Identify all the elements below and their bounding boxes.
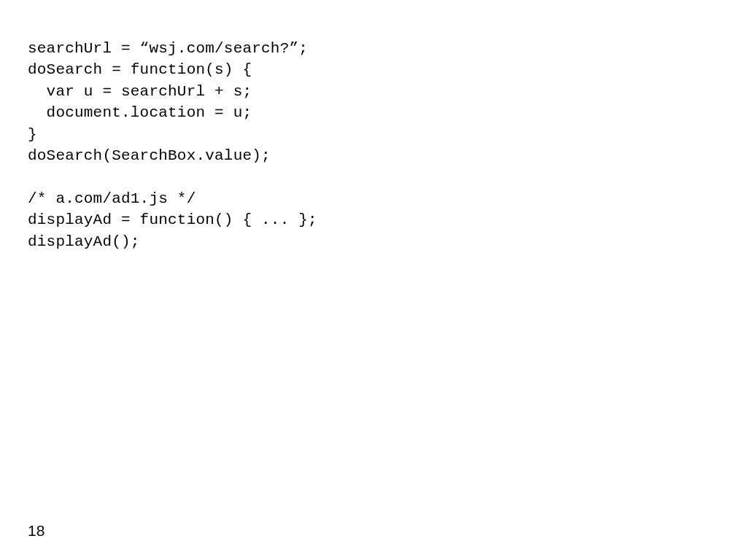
- page-number: 18: [28, 522, 44, 540]
- code-snippet: searchUrl = “wsj.com/search?”; doSearch …: [28, 38, 317, 252]
